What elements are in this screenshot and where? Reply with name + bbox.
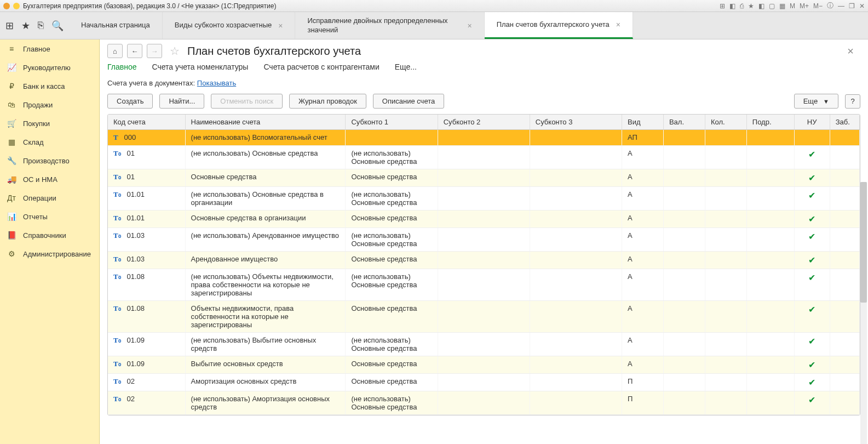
sidebar-item[interactable]: 🛒Покупки: [0, 114, 99, 133]
table-row[interactable]: T 000(не использовать) Вспомогательный с…: [108, 130, 860, 146]
close-icon[interactable]: ×: [467, 22, 472, 30]
sidebar-item[interactable]: ₽Банк и касса: [0, 77, 99, 95]
top-icon[interactable]: ⎘: [38, 20, 44, 31]
sidebar-item[interactable]: 📕Справочники: [0, 226, 99, 244]
podr-cell: [746, 210, 794, 228]
sidebar-item[interactable]: ≡Главное: [0, 39, 99, 58]
table-row[interactable]: T₀ 01Основные средстваОсновные средстваА…: [108, 169, 860, 187]
titlebar-icon[interactable]: ◧: [758, 2, 764, 10]
titlebar-icon[interactable]: ⊞: [720, 2, 725, 10]
name-cell: Основные средства в организации: [185, 210, 346, 228]
subkonto1-cell: [346, 130, 438, 146]
table-row[interactable]: T₀ 01.09(не использовать) Выбытие основн…: [108, 333, 860, 356]
column-header[interactable]: Наименование счета: [185, 115, 346, 130]
column-header[interactable]: Вал.: [663, 115, 705, 130]
column-header[interactable]: Субконто 2: [438, 115, 530, 130]
sidebar-icon: ▦: [7, 138, 16, 146]
sidebar-item[interactable]: 🛍Продажи: [0, 95, 99, 114]
nu-cell: ✔: [794, 333, 830, 356]
close-icon[interactable]: ×: [278, 22, 283, 30]
titlebar-icon[interactable]: ★: [748, 2, 754, 10]
subnav-item[interactable]: Счета учета номенклатуры: [152, 62, 249, 71]
podr-cell: [746, 252, 794, 269]
table-row[interactable]: T₀ 01.03(не использовать) Арендованное и…: [108, 228, 860, 252]
tab[interactable]: План счетов бухгалтерского учета×: [485, 12, 633, 39]
tab[interactable]: Исправление двойных предопределенных зна…: [295, 12, 484, 39]
table-row[interactable]: T₀ 01(не использовать) Основные средства…: [108, 146, 860, 169]
sidebar-item[interactable]: 🚚ОС и НМА: [0, 170, 99, 189]
accounts-in-docs-line: Счета учета в документах: Показывать: [100, 76, 868, 90]
column-header[interactable]: Заб.: [830, 115, 859, 130]
cancel-search-button[interactable]: Отменить поиск: [211, 94, 283, 109]
sidebar-item[interactable]: ⚙Администрирование: [0, 244, 99, 263]
titlebar-icon[interactable]: ▦: [779, 2, 785, 10]
help-button[interactable]: ?: [845, 94, 860, 109]
accounts-table-wrap: Код счетаНаименование счетаСубконто 1Суб…: [107, 114, 860, 415]
column-header[interactable]: Подр.: [746, 115, 794, 130]
sidebar-icon: 📊: [7, 212, 16, 221]
titlebar-icon[interactable]: ❐: [849, 2, 855, 10]
table-row[interactable]: T₀ 02(не использовать) Амортизация основ…: [108, 391, 860, 415]
scrollbar-thumb[interactable]: [860, 182, 867, 303]
subnav-item[interactable]: Счета расчетов с контрагентами: [263, 62, 379, 71]
sidebar-icon: 🚚: [7, 175, 16, 184]
back-button[interactable]: ←: [127, 44, 142, 58]
tab[interactable]: Начальная страница: [69, 12, 163, 39]
table-row[interactable]: T₀ 01.08(не использовать) Объекты недвиж…: [108, 269, 860, 301]
vertical-scrollbar[interactable]: [860, 182, 867, 444]
sidebar-item[interactable]: 🔧Производство: [0, 151, 99, 170]
titlebar-icon[interactable]: ▢: [769, 2, 775, 10]
column-header[interactable]: Код счета: [108, 115, 185, 130]
favorite-star-icon[interactable]: ☆: [170, 44, 180, 58]
table-row[interactable]: T₀ 02Амортизация основных средствОсновны…: [108, 374, 860, 391]
home-button[interactable]: ⌂: [107, 44, 123, 58]
column-header[interactable]: Кол.: [705, 115, 746, 130]
val-cell: [663, 210, 705, 228]
sidebar-item[interactable]: ДтОперации: [0, 189, 99, 207]
table-row[interactable]: T₀ 01.09Выбытие основных средствОсновные…: [108, 356, 860, 374]
forward-button[interactable]: →: [147, 44, 162, 58]
table-row[interactable]: T₀ 01.03Арендованное имуществоОсновные с…: [108, 252, 860, 269]
close-page-button[interactable]: ×: [847, 45, 860, 58]
titlebar-icon[interactable]: ◧: [729, 2, 735, 10]
top-icon[interactable]: ★: [21, 20, 30, 32]
sidebar-item[interactable]: 📊Отчеты: [0, 207, 99, 226]
sidebar-item[interactable]: 📈Руководителю: [0, 58, 99, 77]
close-icon[interactable]: ×: [616, 21, 620, 29]
create-button[interactable]: Создать: [107, 94, 153, 109]
column-header[interactable]: Вид: [622, 115, 664, 130]
journal-button[interactable]: Журнал проводок: [289, 94, 366, 109]
column-header[interactable]: НУ: [794, 115, 830, 130]
table-row[interactable]: T₀ 01.01(не использовать) Основные средс…: [108, 187, 860, 210]
tab[interactable]: Виды субконто хозрасчетные×: [163, 12, 296, 39]
table-row[interactable]: T₀ 01.01Основные средства в организацииО…: [108, 210, 860, 228]
titlebar-icon[interactable]: —: [838, 2, 844, 10]
sidebar-item[interactable]: ▦Склад: [0, 133, 99, 151]
table-row[interactable]: T₀ 01.08Объекты недвижимости, права собс…: [108, 301, 860, 333]
subnav-item[interactable]: Еще...: [395, 62, 417, 71]
titlebar-icon[interactable]: M+: [800, 2, 809, 10]
titlebar-icon[interactable]: ⓘ: [827, 1, 833, 10]
top-icon[interactable]: ⊞: [5, 20, 14, 32]
app-icon-2: [13, 3, 20, 9]
titlebar-icon[interactable]: ⎙: [740, 2, 744, 10]
more-button[interactable]: Еще▼: [794, 94, 838, 109]
titlebar-icon[interactable]: M: [790, 2, 795, 10]
docline-link[interactable]: Показывать: [197, 79, 236, 87]
subkonto1-cell: (не использовать) Основные средства: [346, 146, 438, 169]
kol-cell: [705, 374, 746, 391]
account-description-button[interactable]: Описание счета: [373, 94, 444, 109]
find-button[interactable]: Найти...: [159, 94, 204, 109]
sidebar-label: Операции: [23, 194, 56, 202]
code-cell: T₀ 01: [108, 146, 185, 169]
column-header[interactable]: Субконто 1: [346, 115, 438, 130]
kol-cell: [705, 146, 746, 169]
subkonto2-cell: [438, 301, 530, 333]
titlebar-icon[interactable]: M−: [813, 2, 823, 10]
top-icon[interactable]: 🔍: [51, 20, 64, 32]
subnav-item[interactable]: Главное: [107, 62, 137, 71]
zab-cell: [830, 228, 859, 252]
titlebar-icon[interactable]: ✕: [859, 2, 865, 10]
podr-cell: [746, 301, 794, 333]
column-header[interactable]: Субконто 3: [530, 115, 622, 130]
